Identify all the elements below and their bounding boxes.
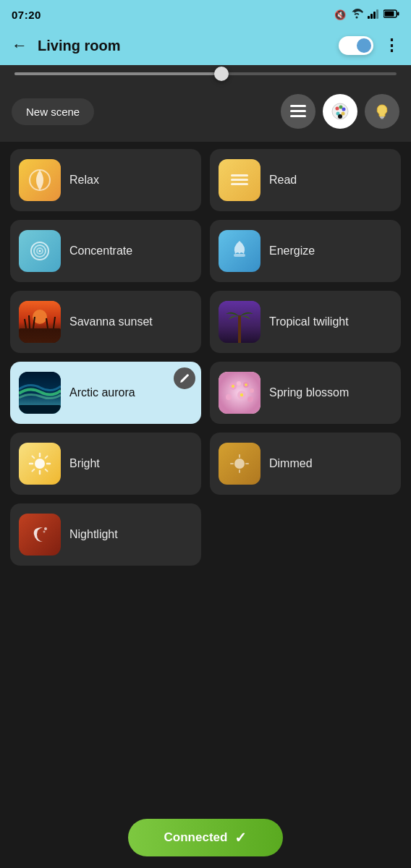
svg-rect-39: [19, 405, 61, 414]
connected-label: Connected: [164, 830, 228, 845]
back-button[interactable]: ←: [12, 36, 27, 55]
svg-rect-7: [290, 105, 306, 107]
edit-icon: [179, 373, 190, 383]
list-view-button[interactable]: [281, 94, 315, 129]
svg-rect-2: [373, 12, 376, 19]
scene-card-tropical-twilight[interactable]: Tropical twilight: [210, 291, 401, 353]
bulb-icon: [373, 103, 391, 120]
relax-icon: [27, 167, 53, 193]
svg-rect-28: [19, 301, 61, 343]
nightlight-icon: [27, 522, 53, 548]
scene-label-dimmed: Dimmed: [269, 457, 313, 470]
scene-icon-tropical-twilight: [219, 301, 260, 343]
scene-toolbar: New scene: [0, 87, 411, 142]
svg-point-13: [342, 108, 346, 111]
svg-point-47: [250, 388, 254, 393]
scene-icon-relax: [19, 159, 61, 201]
list-icon: [290, 105, 306, 118]
scene-card-relax[interactable]: Relax: [10, 149, 201, 211]
header-left: ← Living room: [12, 36, 120, 55]
signal-icon: [368, 9, 379, 21]
scene-label-arctic-aurora: Arctic aurora: [69, 386, 135, 399]
app-header: ← Living room ⋮: [0, 29, 411, 65]
view-toggle-icons: [281, 94, 399, 129]
svg-rect-9: [290, 115, 306, 117]
energize-icon: [226, 238, 253, 264]
status-bar: 07:20 🔇: [0, 0, 411, 29]
concentrate-icon: [27, 238, 53, 264]
svg-point-66: [43, 531, 46, 533]
brightness-track[interactable]: [14, 72, 397, 75]
new-scene-button[interactable]: New scene: [12, 98, 94, 125]
scene-card-savanna-sunset[interactable]: Savanna sunset: [10, 291, 201, 353]
svg-rect-37: [238, 315, 241, 343]
palette-icon: [331, 102, 349, 121]
scene-icon-nightlight: [19, 514, 61, 556]
svg-point-50: [240, 393, 243, 396]
scene-label-nightlight: Nightlight: [69, 528, 118, 541]
scene-card-dimmed[interactable]: Dimmed: [210, 433, 401, 495]
svg-line-56: [33, 456, 35, 459]
more-button[interactable]: ⋮: [384, 36, 399, 55]
scene-label-energize: Energize: [269, 244, 315, 258]
brightness-fill: [14, 72, 224, 75]
svg-line-58: [46, 456, 48, 459]
scene-icon-read: [219, 159, 260, 201]
edit-scene-button[interactable]: [174, 367, 195, 389]
scene-icon-bright: [19, 443, 61, 485]
scene-card-bright[interactable]: Bright: [10, 433, 201, 495]
scene-icon-savanna-sunset: [19, 301, 61, 343]
scene-label-concentrate: Concentrate: [69, 244, 132, 258]
svg-line-57: [46, 469, 48, 472]
scene-label-read: Read: [269, 174, 297, 187]
scene-icon-energize: [219, 230, 260, 272]
svg-point-45: [247, 396, 253, 402]
svg-point-43: [226, 394, 232, 400]
scene-card-nightlight[interactable]: Nightlight: [10, 503, 201, 566]
scene-label-relax: Relax: [69, 174, 99, 187]
svg-point-46: [237, 381, 241, 386]
svg-point-26: [39, 250, 41, 252]
scene-label-spring-blossom: Spring blossom: [269, 386, 349, 399]
svg-point-12: [339, 106, 343, 109]
scene-icon-arctic-aurora: [19, 372, 61, 414]
tropical-svg: [219, 301, 260, 343]
bulb-view-button[interactable]: [365, 94, 399, 129]
scene-card-spring-blossom[interactable]: Spring blossom: [210, 362, 401, 424]
scene-card-concentrate[interactable]: Concentrate: [10, 220, 201, 282]
dimmed-icon: [226, 451, 253, 477]
svg-point-16: [338, 114, 342, 119]
scene-card-arctic-aurora[interactable]: Arctic aurora: [10, 362, 201, 424]
room-toggle[interactable]: [339, 36, 373, 55]
brightness-thumb[interactable]: [214, 67, 229, 81]
svg-line-32: [29, 315, 30, 328]
connected-button[interactable]: Connected ✓: [128, 819, 284, 856]
check-icon: ✓: [234, 829, 247, 846]
palette-view-button[interactable]: [323, 94, 357, 129]
battery-icon: [384, 9, 399, 20]
brightness-slider-container: [0, 65, 411, 87]
scene-card-energize[interactable]: Energize: [210, 220, 401, 282]
svg-rect-6: [397, 12, 399, 15]
svg-rect-17: [380, 116, 384, 118]
scene-card-read[interactable]: Read: [210, 149, 401, 211]
svg-rect-1: [370, 14, 373, 19]
bottom-bar: Connected ✓: [0, 807, 411, 868]
svg-point-65: [44, 527, 47, 530]
scene-label-bright: Bright: [69, 457, 100, 470]
svg-point-60: [234, 459, 245, 469]
page-title: Living room: [38, 38, 120, 54]
bright-icon: [27, 451, 53, 477]
scene-label-tropical-twilight: Tropical twilight: [269, 315, 349, 328]
svg-rect-3: [376, 9, 378, 19]
svg-rect-8: [290, 110, 306, 112]
svg-point-49: [245, 383, 247, 386]
status-time: 07:20: [12, 9, 41, 21]
svg-rect-5: [385, 11, 394, 16]
savanna-svg: [19, 301, 61, 343]
svg-rect-22: [231, 183, 248, 185]
svg-point-11: [336, 107, 339, 111]
arctic-svg: [19, 372, 61, 414]
mute-icon: 🔇: [334, 9, 346, 20]
header-right: ⋮: [339, 36, 399, 55]
